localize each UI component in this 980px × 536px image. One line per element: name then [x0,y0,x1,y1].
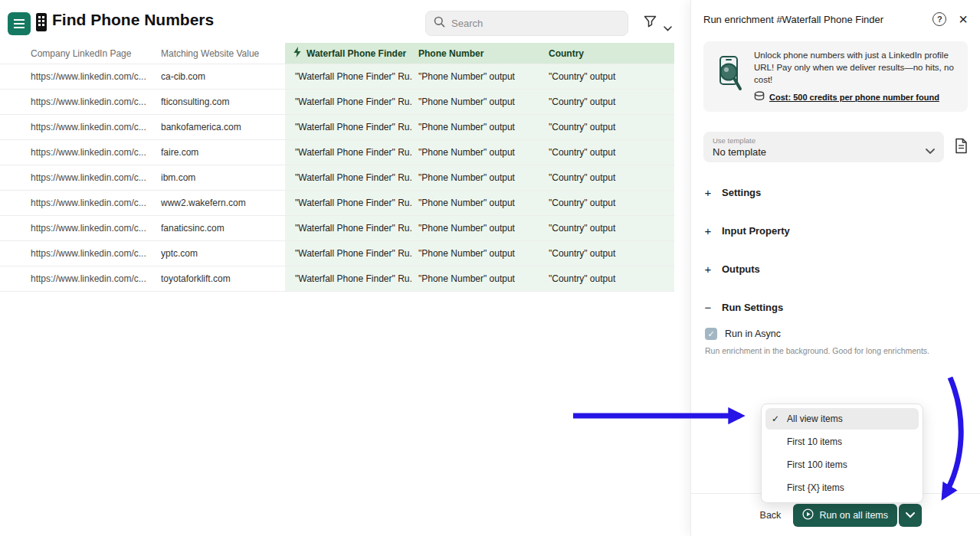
run-async-description: Run enrichment in the background. Good f… [705,346,968,355]
cell-waterfall-phone-finder[interactable]: "Waterfall Phone Finder" Ru... [285,64,412,89]
column-header-matching-website[interactable]: Matching Website Value [161,43,285,64]
run-async-label: Run in Async [725,328,781,339]
cell-matching-website[interactable]: www2.wakefern.com [161,191,285,215]
cell-country[interactable]: "Country" output [542,266,674,291]
dropdown-item-first-10-items[interactable]: First 10 items [765,431,919,453]
cell-waterfall-phone-finder[interactable]: "Waterfall Phone Finder" Ru... [285,165,412,190]
cell-matching-website[interactable]: fticonsulting.com [161,90,285,114]
play-icon [802,508,814,522]
help-icon[interactable]: ? [932,12,946,26]
column-header-company-linkedin[interactable]: Company LinkedIn Page [0,43,161,64]
run-options-chevron-button[interactable] [899,504,922,527]
cell-country[interactable]: "Country" output [542,64,674,89]
expand-icon: + [703,263,713,276]
table-row[interactable]: https://www.linkedin.com/c... www2.wakef… [0,191,674,216]
cell-matching-website[interactable]: toyotaforklift.com [161,266,285,291]
table-row[interactable]: https://www.linkedin.com/c... ibm.com "W… [0,165,674,191]
dropdown-item-first-100-items[interactable]: First 100 items [765,454,919,476]
column-header-country[interactable]: Country [542,43,674,64]
section-input-property[interactable]: + Input Property [691,211,980,250]
promo-text: Unlock phone numbers with just a LinkedI… [754,49,959,86]
section-settings[interactable]: + Settings [691,173,980,211]
section-run-settings[interactable]: − Run Settings [691,288,980,326]
cell-company-linkedin[interactable]: https://www.linkedin.com/c... [0,115,161,139]
cell-company-linkedin[interactable]: https://www.linkedin.com/c... [0,64,161,89]
section-outputs[interactable]: + Outputs [691,250,980,288]
expand-icon: + [703,224,713,237]
column-header-phone-number[interactable]: Phone Number [412,43,542,64]
cell-country[interactable]: "Country" output [542,216,674,240]
hamburger-icon [14,23,25,25]
promo-card: Unlock phone numbers with just a LinkedI… [703,41,968,112]
table-header-row: Company LinkedIn Page Matching Website V… [0,43,674,64]
cell-company-linkedin[interactable]: https://www.linkedin.com/c... [0,216,161,240]
cell-phone-number[interactable]: "Phone Number" output [412,165,542,190]
search-input[interactable]: Search [425,11,628,36]
cell-country[interactable]: "Country" output [542,140,674,165]
search-icon [434,16,445,31]
cell-phone-number[interactable]: "Phone Number" output [412,90,542,114]
cell-matching-website[interactable]: faire.com [161,140,285,165]
close-icon[interactable]: × [959,12,968,26]
cell-company-linkedin[interactable]: https://www.linkedin.com/c... [0,266,161,291]
cell-matching-website[interactable]: yptc.com [161,241,285,266]
check-icon: ✓ [772,413,787,424]
credits-icon [754,90,765,104]
cell-company-linkedin[interactable]: https://www.linkedin.com/c... [0,165,161,190]
cell-country[interactable]: "Country" output [542,90,674,114]
search-placeholder: Search [451,18,483,29]
dropdown-item-all-view-items[interactable]: ✓ All view items [765,408,919,430]
template-select[interactable]: Use template No template [703,132,944,162]
run-on-all-items-button[interactable]: Run on all items [793,504,897,527]
panel-title: Run enrichment #Waterfall Phone Finder [703,14,932,25]
panel-header: Run enrichment #Waterfall Phone Finder ?… [691,0,980,26]
filter-icon[interactable] [644,15,657,31]
table-row[interactable]: https://www.linkedin.com/c... fanaticsin… [0,216,674,241]
page-title: Find Phone Numbers [52,11,214,29]
filter-chevron-icon[interactable] [664,21,672,34]
cell-phone-number[interactable]: "Phone Number" output [412,191,542,215]
cell-waterfall-phone-finder[interactable]: "Waterfall Phone Finder" Ru... [285,241,412,266]
cell-company-linkedin[interactable]: https://www.linkedin.com/c... [0,191,161,215]
table-row[interactable]: https://www.linkedin.com/c... bankofamer… [0,115,674,140]
dropdown-item-first-x-items[interactable]: First {X} items [765,477,919,498]
table-row[interactable]: https://www.linkedin.com/c... yptc.com "… [0,241,674,266]
cell-matching-website[interactable]: ca-cib.com [161,64,285,89]
cell-waterfall-phone-finder[interactable]: "Waterfall Phone Finder" Ru... [285,90,412,114]
cell-waterfall-phone-finder[interactable]: "Waterfall Phone Finder" Ru... [285,216,412,240]
cell-country[interactable]: "Country" output [542,115,674,139]
cell-waterfall-phone-finder[interactable]: "Waterfall Phone Finder" Ru... [285,140,412,165]
cell-country[interactable]: "Country" output [542,165,674,190]
cell-phone-number[interactable]: "Phone Number" output [412,216,542,240]
cell-matching-website[interactable]: fanaticsinc.com [161,216,285,240]
phone-icon [34,11,49,36]
table-row[interactable]: https://www.linkedin.com/c... ca-cib.com… [0,64,674,90]
cell-country[interactable]: "Country" output [542,241,674,266]
run-async-checkbox[interactable]: ✓ [705,328,717,340]
phone-finder-illustration [713,55,745,98]
template-file-icon[interactable] [955,138,968,157]
table-row[interactable]: https://www.linkedin.com/c... faire.com … [0,140,674,165]
cell-waterfall-phone-finder[interactable]: "Waterfall Phone Finder" Ru... [285,115,412,139]
cell-waterfall-phone-finder[interactable]: "Waterfall Phone Finder" Ru... [285,191,412,215]
cell-matching-website[interactable]: ibm.com [161,165,285,190]
cost-text[interactable]: Cost: 500 credits per phone number found [769,93,939,102]
cell-matching-website[interactable]: bankofamerica.com [161,115,285,139]
cell-company-linkedin[interactable]: https://www.linkedin.com/c... [0,90,161,114]
cell-phone-number[interactable]: "Phone Number" output [412,140,542,165]
cell-phone-number[interactable]: "Phone Number" output [412,241,542,266]
cell-waterfall-phone-finder[interactable]: "Waterfall Phone Finder" Ru... [285,266,412,291]
template-select-value: No template [713,146,935,158]
cell-company-linkedin[interactable]: https://www.linkedin.com/c... [0,140,161,165]
table-row[interactable]: https://www.linkedin.com/c... fticonsult… [0,90,674,115]
table-row[interactable]: https://www.linkedin.com/c... toyotafork… [0,266,674,292]
cell-phone-number[interactable]: "Phone Number" output [412,115,542,139]
chevron-down-icon [906,509,915,521]
menu-button[interactable] [8,12,31,35]
cell-country[interactable]: "Country" output [542,191,674,215]
cell-phone-number[interactable]: "Phone Number" output [412,266,542,291]
column-header-waterfall-phone-finder[interactable]: Waterfall Phone Finder [285,43,412,64]
back-button[interactable]: Back [760,510,782,521]
cell-phone-number[interactable]: "Phone Number" output [412,64,542,89]
cell-company-linkedin[interactable]: https://www.linkedin.com/c... [0,241,161,266]
